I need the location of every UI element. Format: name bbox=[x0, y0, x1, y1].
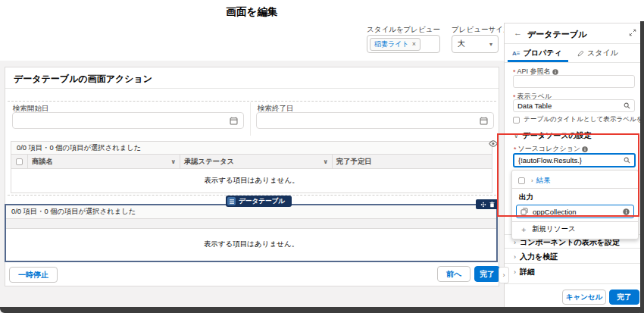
pause-button[interactable]: 一時停止 bbox=[9, 267, 58, 283]
section-divider bbox=[505, 248, 641, 249]
datatable-icon bbox=[227, 197, 236, 205]
calendar-icon[interactable] bbox=[480, 117, 488, 125]
panel-title-divider bbox=[5, 88, 499, 89]
cancel-button[interactable]: キャンセル bbox=[562, 290, 606, 305]
trash-icon[interactable] bbox=[489, 202, 495, 208]
collection-icon bbox=[521, 208, 528, 215]
sidebar-footer-divider bbox=[505, 283, 641, 284]
section-data-source[interactable]: ∨ データソースの設定 bbox=[514, 130, 592, 141]
table-empty-message: 表示する項目はありません。 bbox=[11, 169, 492, 192]
search-start-input[interactable] bbox=[12, 112, 244, 129]
chevron-down-icon[interactable]: ∨ bbox=[171, 158, 177, 165]
screen-action-title: データテーブルの画面アクション bbox=[14, 73, 152, 86]
finish-button[interactable]: 完了 bbox=[474, 266, 500, 282]
info-icon[interactable] bbox=[623, 208, 630, 215]
chevron-right-icon: › bbox=[514, 239, 516, 246]
tab-style[interactable]: スタイル bbox=[577, 48, 618, 58]
column-approval-status[interactable]: 承認ステータス ∨ bbox=[180, 155, 333, 168]
chevron-right-icon: › bbox=[531, 177, 533, 184]
component-toolbar bbox=[476, 199, 499, 209]
data-table-preview: 0/0 項目・0 個の項目が選択されました 商談名 ∨ 承認ステータス ∨ 完了… bbox=[11, 141, 492, 193]
column-opportunity-name[interactable]: 商談名 ∨ bbox=[28, 155, 180, 168]
flow-screen-editor: 画面を編集 スタイルをプレビュー 稲妻ライト × プレビューサイズ 大 ▾ デー… bbox=[0, 0, 644, 313]
display-label-input[interactable]: Data Table bbox=[513, 99, 635, 112]
component-pill[interactable]: データテーブル bbox=[226, 196, 292, 207]
fields-section-divider bbox=[8, 101, 496, 102]
chevron-down-icon[interactable]: ∨ bbox=[324, 158, 329, 165]
style-pill-label: 稲妻ライト bbox=[374, 39, 409, 49]
resource-picker-dropdown: › 結果 出力 oppCollection ＋ 新規リソース bbox=[511, 170, 639, 239]
move-icon[interactable] bbox=[480, 202, 486, 208]
component-pill-label: データテーブル bbox=[239, 197, 285, 206]
table-header-row: 商談名 ∨ 承認ステータス ∨ 完了予定日 bbox=[11, 155, 492, 169]
chevron-down-icon: ∨ bbox=[514, 132, 519, 139]
dropdown-group-output: 出力 bbox=[512, 189, 638, 205]
tabs-divider bbox=[505, 62, 641, 63]
dropdown-item-results[interactable]: › 結果 bbox=[512, 173, 638, 189]
search-icon bbox=[624, 102, 630, 109]
sidebar-title: データテーブル bbox=[527, 29, 586, 40]
section-divider bbox=[505, 263, 641, 264]
back-arrow-icon[interactable]: ← bbox=[514, 28, 522, 37]
collapse-panel-button[interactable]: › bbox=[499, 267, 509, 283]
preview-size-label: プレビューサイズ bbox=[452, 25, 511, 35]
previous-button[interactable]: 前へ bbox=[437, 266, 470, 282]
select-all-cell[interactable] bbox=[11, 155, 28, 168]
table-status-bar: 0/0 項目・0 個の項目が選択されました bbox=[6, 205, 496, 219]
api-name-input[interactable] bbox=[513, 75, 635, 88]
dropdown-item-new-resource[interactable]: ＋ 新規リソース bbox=[512, 221, 638, 236]
style-pill[interactable]: 稲妻ライト × bbox=[370, 38, 420, 51]
tab-properties[interactable]: A≡ プロパティ bbox=[512, 48, 562, 58]
info-icon[interactable] bbox=[552, 69, 558, 75]
checkbox-icon[interactable] bbox=[518, 177, 525, 184]
table-empty-message: 表示する項目はありません。 bbox=[6, 229, 496, 259]
sidebar-header-divider bbox=[505, 43, 641, 44]
eye-icon[interactable] bbox=[489, 140, 498, 147]
search-end-input[interactable] bbox=[256, 112, 494, 129]
field-column-divider bbox=[250, 102, 251, 136]
chevron-right-icon: › bbox=[514, 253, 516, 261]
window-edge-bottom bbox=[0, 307, 644, 313]
expand-icon[interactable] bbox=[629, 29, 636, 36]
use-label-checkbox-row[interactable]: テーブルのタイトルとして表示ラベルを使用 bbox=[513, 115, 640, 124]
dropdown-item-oppcollection[interactable]: oppCollection bbox=[516, 205, 634, 218]
source-collection-input[interactable]: {!autoFlow.Results.} bbox=[513, 153, 636, 167]
table-header-row-empty bbox=[6, 219, 496, 229]
chevron-right-icon: › bbox=[514, 268, 516, 276]
plus-icon: ＋ bbox=[520, 224, 527, 235]
info-icon[interactable] bbox=[582, 146, 588, 152]
column-close-date[interactable]: 完了予定日 bbox=[333, 155, 492, 168]
caret-down-icon: ▾ bbox=[489, 41, 492, 48]
preview-size-value: 大 bbox=[458, 39, 465, 49]
window-edge-right bbox=[640, 21, 644, 313]
use-label-checkbox-label: テーブルのタイトルとして表示ラベルを使用 bbox=[524, 115, 644, 124]
page-title: 画面を編集 bbox=[0, 5, 504, 19]
calendar-icon[interactable] bbox=[230, 117, 238, 125]
checkbox-icon[interactable] bbox=[16, 158, 23, 165]
done-button[interactable]: 完了 bbox=[609, 290, 639, 305]
properties-tab-icon: A≡ bbox=[512, 50, 520, 57]
preview-style-label: スタイルをプレビュー bbox=[367, 25, 440, 35]
preview-style-combobox[interactable]: 稲妻ライト × bbox=[367, 35, 440, 53]
selected-datatable-component[interactable]: 0/0 項目・0 個の項目が選択されました 表示する項目はありません。 bbox=[5, 204, 498, 262]
pen-icon bbox=[577, 50, 584, 57]
section-advanced[interactable]: › 詳細 bbox=[514, 267, 535, 277]
checkbox-icon[interactable] bbox=[513, 117, 520, 124]
remove-style-icon[interactable]: × bbox=[412, 40, 416, 48]
search-icon bbox=[624, 157, 630, 164]
table-status-bar: 0/0 項目・0 個の項目が選択されました bbox=[11, 142, 492, 155]
section-validation[interactable]: › 入力を検証 bbox=[514, 252, 558, 262]
preview-size-select[interactable]: 大 ▾ bbox=[452, 35, 499, 53]
